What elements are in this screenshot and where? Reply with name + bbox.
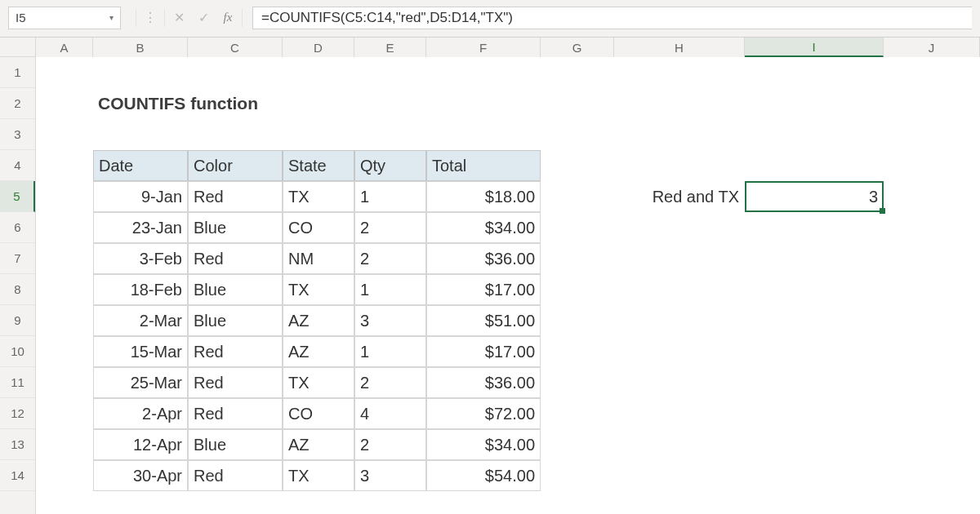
- cell-E1[interactable]: [354, 57, 426, 88]
- cell-J7[interactable]: [884, 243, 980, 274]
- menu-icon[interactable]: ⋮: [138, 7, 163, 29]
- cell-E6[interactable]: 2: [354, 212, 426, 243]
- cell-D10[interactable]: AZ: [283, 336, 354, 367]
- cell-B8[interactable]: 18-Feb: [93, 274, 188, 305]
- cell-E3[interactable]: [354, 119, 426, 150]
- cell-G6[interactable]: [541, 212, 614, 243]
- row-header-4[interactable]: 4: [0, 150, 35, 181]
- cell-G4[interactable]: [541, 150, 614, 181]
- fx-icon[interactable]: fx: [216, 7, 240, 29]
- cell-J10[interactable]: [884, 336, 980, 367]
- cell-G1[interactable]: [541, 57, 614, 88]
- cell-G9[interactable]: [541, 305, 614, 336]
- cell-A1[interactable]: [36, 57, 93, 88]
- cell-A7[interactable]: [36, 243, 93, 274]
- cell-G7[interactable]: [541, 243, 614, 274]
- cell-H9[interactable]: [614, 305, 745, 336]
- row-header-14[interactable]: 14: [0, 460, 35, 491]
- cell-A5[interactable]: [36, 181, 93, 212]
- cell-A3[interactable]: [36, 119, 93, 150]
- table-header-qty[interactable]: Qty: [354, 150, 426, 181]
- cell-J1[interactable]: [884, 57, 980, 88]
- cell-H10[interactable]: [614, 336, 745, 367]
- cell-G2[interactable]: [541, 88, 614, 119]
- cell-G5[interactable]: [541, 181, 614, 212]
- result-value-cell[interactable]: 3: [745, 181, 884, 212]
- cell-A12[interactable]: [36, 398, 93, 429]
- cell-H7[interactable]: [614, 243, 745, 274]
- row-header-3[interactable]: 3: [0, 119, 35, 150]
- cell-H1[interactable]: [614, 57, 745, 88]
- cell-G10[interactable]: [541, 336, 614, 367]
- cell-H11[interactable]: [614, 367, 745, 398]
- cell-E8[interactable]: 1: [354, 274, 426, 305]
- cell-A10[interactable]: [36, 336, 93, 367]
- cell-H13[interactable]: [614, 429, 745, 460]
- cell-C3[interactable]: [188, 119, 283, 150]
- enter-icon[interactable]: ✓: [191, 7, 216, 29]
- cell-I3[interactable]: [745, 119, 884, 150]
- cell-B1[interactable]: [93, 57, 188, 88]
- cell-E2[interactable]: [354, 88, 426, 119]
- cell-B7[interactable]: 3-Feb: [93, 243, 188, 274]
- column-header-G[interactable]: G: [541, 38, 614, 57]
- cell-J9[interactable]: [884, 305, 980, 336]
- column-header-F[interactable]: F: [426, 38, 541, 57]
- row-header-12[interactable]: 12: [0, 398, 35, 429]
- cell-G8[interactable]: [541, 274, 614, 305]
- cell-A2[interactable]: [36, 88, 93, 119]
- cell-C10[interactable]: Red: [188, 336, 283, 367]
- cell-B14[interactable]: 30-Apr: [93, 460, 188, 491]
- cell-F11[interactable]: $36.00: [426, 367, 541, 398]
- cell-I12[interactable]: [745, 398, 884, 429]
- cell-H12[interactable]: [614, 398, 745, 429]
- cell-H8[interactable]: [614, 274, 745, 305]
- row-header-6[interactable]: 6: [0, 212, 35, 243]
- cell-J2[interactable]: [884, 88, 980, 119]
- cell-G13[interactable]: [541, 429, 614, 460]
- cell-F12[interactable]: $72.00: [426, 398, 541, 429]
- cell-J11[interactable]: [884, 367, 980, 398]
- cell-A13[interactable]: [36, 429, 93, 460]
- select-all-corner[interactable]: [0, 38, 36, 57]
- cell-B11[interactable]: 25-Mar: [93, 367, 188, 398]
- cell-B13[interactable]: 12-Apr: [93, 429, 188, 460]
- cell-J6[interactable]: [884, 212, 980, 243]
- table-header-color[interactable]: Color: [188, 150, 283, 181]
- cell-C1[interactable]: [188, 57, 283, 88]
- cell-B3[interactable]: [93, 119, 188, 150]
- column-header-A[interactable]: A: [36, 38, 93, 57]
- cell-C8[interactable]: Blue: [188, 274, 283, 305]
- cell-G11[interactable]: [541, 367, 614, 398]
- cell-D12[interactable]: CO: [283, 398, 354, 429]
- table-header-state[interactable]: State: [283, 150, 354, 181]
- cell-C12[interactable]: Red: [188, 398, 283, 429]
- chevron-down-icon[interactable]: ▾: [109, 13, 114, 22]
- cell-grid[interactable]: COUNTIFS function: [36, 57, 980, 514]
- cell-J12[interactable]: [884, 398, 980, 429]
- cell-J5[interactable]: [884, 181, 980, 212]
- cell-I1[interactable]: [745, 57, 884, 88]
- cell-A11[interactable]: [36, 367, 93, 398]
- cell-F3[interactable]: [426, 119, 541, 150]
- cell-C11[interactable]: Red: [188, 367, 283, 398]
- cell-D3[interactable]: [283, 119, 354, 150]
- cell-D2[interactable]: [283, 88, 354, 119]
- cell-C13[interactable]: Blue: [188, 429, 283, 460]
- cell-F7[interactable]: $36.00: [426, 243, 541, 274]
- cell-G3[interactable]: [541, 119, 614, 150]
- cell-D6[interactable]: CO: [283, 212, 354, 243]
- cell-D11[interactable]: TX: [283, 367, 354, 398]
- cancel-icon[interactable]: ✕: [167, 7, 191, 29]
- cell-I7[interactable]: [745, 243, 884, 274]
- cell-F1[interactable]: [426, 57, 541, 88]
- cell-F10[interactable]: $17.00: [426, 336, 541, 367]
- row-header-10[interactable]: 10: [0, 336, 35, 367]
- cell-F5[interactable]: $18.00: [426, 181, 541, 212]
- cell-B12[interactable]: 2-Apr: [93, 398, 188, 429]
- cell-F9[interactable]: $51.00: [426, 305, 541, 336]
- row-header-2[interactable]: 2: [0, 88, 35, 119]
- cell-J14[interactable]: [884, 460, 980, 491]
- cell-F14[interactable]: $54.00: [426, 460, 541, 491]
- cell-D1[interactable]: [283, 57, 354, 88]
